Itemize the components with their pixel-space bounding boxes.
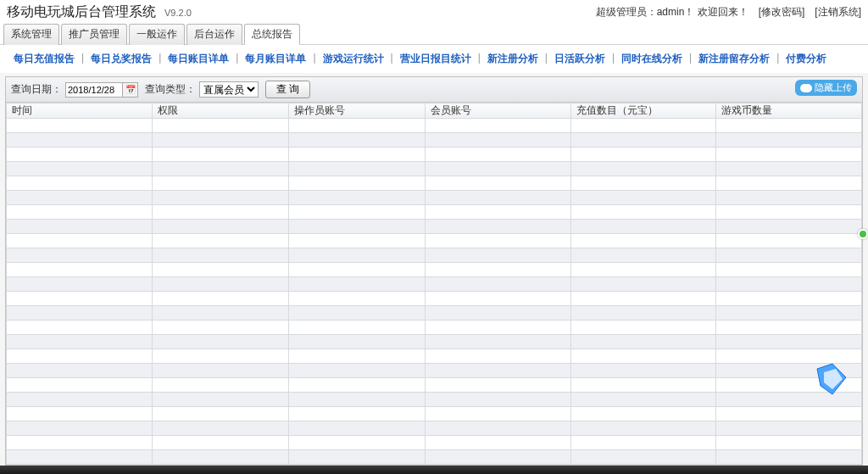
sub-nav-item-3[interactable]: 每月账目详单 [240, 52, 311, 66]
sub-nav-item-6[interactable]: 新注册分析 [482, 52, 543, 66]
table-cell [288, 407, 425, 421]
table-cell [152, 378, 288, 393]
table-cell [7, 176, 153, 191]
top-tab-1[interactable]: 推广员管理 [61, 24, 127, 45]
table-cell [152, 364, 288, 378]
logout-link[interactable]: [注销系统] [815, 5, 861, 20]
table-row [7, 393, 862, 407]
change-password-link[interactable]: [修改密码] [759, 5, 805, 20]
table-cell [288, 119, 425, 133]
sub-nav-item-0[interactable]: 每日充值报告 [8, 52, 80, 66]
table-cell [570, 335, 716, 349]
top-tab-2[interactable]: 一般运作 [129, 24, 185, 45]
table-cell [716, 148, 862, 162]
table-row [7, 191, 862, 205]
table-cell [426, 205, 571, 220]
report-table: 时间权限操作员账号会员账号充值数目（元宝）游戏币数量 [6, 103, 862, 465]
table-cell [7, 248, 153, 263]
table-cell [716, 364, 862, 378]
hidden-upload-button[interactable]: 隐藏上传 [795, 80, 857, 96]
table-cell [570, 321, 716, 335]
search-button[interactable]: 查 询 [265, 81, 310, 98]
table-cell [570, 133, 716, 148]
table-cell [152, 248, 288, 263]
table-row [7, 162, 862, 176]
column-header-3[interactable]: 会员账号 [426, 103, 571, 119]
table-cell [7, 378, 153, 393]
column-header-2[interactable]: 操作员账号 [288, 103, 425, 119]
table-cell [570, 176, 716, 191]
table-cell [7, 234, 153, 248]
column-header-4[interactable]: 充值数目（元宝） [570, 103, 716, 119]
sub-nav-item-4[interactable]: 游戏运行统计 [318, 52, 389, 66]
table-cell [7, 263, 153, 277]
query-date-input[interactable] [65, 82, 123, 98]
table-cell [152, 407, 288, 421]
table-cell [152, 335, 288, 349]
table-cell [426, 176, 571, 191]
nav-separator: | [687, 52, 693, 66]
table-cell [152, 220, 288, 234]
sub-nav-item-2[interactable]: 每日账目详单 [163, 52, 234, 66]
table-cell [716, 119, 862, 133]
table-cell [152, 292, 288, 306]
table-cell [288, 191, 425, 205]
table-cell [716, 450, 862, 465]
column-header-1[interactable]: 权限 [152, 103, 288, 119]
welcome-text: 欢迎回来！ [698, 6, 748, 18]
table-cell [288, 205, 425, 220]
table-cell [7, 133, 153, 148]
floating-green-dot[interactable] [858, 229, 868, 239]
table-row [7, 292, 862, 306]
nav-separator: | [610, 52, 616, 66]
table-row [7, 277, 862, 292]
table-cell [570, 220, 716, 234]
table-cell [288, 292, 425, 306]
table-cell [152, 263, 288, 277]
table-cell [570, 450, 716, 465]
table-cell [288, 450, 425, 465]
table-row [7, 205, 862, 220]
table-cell [152, 176, 288, 191]
column-header-5[interactable]: 游戏币数量 [716, 103, 862, 119]
sub-nav-item-5[interactable]: 营业日报目统计 [395, 52, 476, 66]
query-type-select[interactable]: 直属会员 [199, 81, 259, 98]
sub-nav-item-8[interactable]: 同时在线分析 [616, 52, 687, 66]
sub-nav-item-1[interactable]: 每日兑奖报告 [86, 52, 157, 66]
nav-separator: | [775, 52, 781, 66]
top-tab-3[interactable]: 后台运作 [186, 24, 242, 45]
table-cell [152, 234, 288, 248]
table-cell [716, 421, 862, 436]
top-tab-4[interactable]: 总统报告 [244, 24, 300, 45]
table-cell [570, 248, 716, 263]
table-row [7, 148, 862, 162]
table-cell [426, 133, 571, 148]
table-cell [426, 306, 571, 321]
table-cell [426, 436, 571, 450]
table-cell [288, 421, 425, 436]
table-cell [716, 378, 862, 393]
version-label: V9.2.0 [164, 8, 192, 18]
table-cell [426, 393, 571, 407]
table-cell [716, 349, 862, 364]
table-cell [570, 407, 716, 421]
sub-nav-item-9[interactable]: 新注册留存分析 [693, 52, 775, 66]
calendar-icon[interactable]: 📅 [123, 82, 138, 98]
table-row [7, 450, 862, 465]
table-cell [716, 335, 862, 349]
nav-separator: | [476, 52, 482, 66]
nav-separator: | [80, 52, 86, 66]
column-header-0[interactable]: 时间 [7, 103, 153, 119]
table-row [7, 306, 862, 321]
sub-nav-item-7[interactable]: 日活跃分析 [549, 52, 610, 66]
table-cell [7, 450, 153, 465]
table-row [7, 421, 862, 436]
table-cell [7, 205, 153, 220]
table-row [7, 436, 862, 450]
table-cell [152, 148, 288, 162]
page-title: 移动电玩城后台管理系统 [7, 3, 156, 21]
table-cell [426, 378, 571, 393]
sub-nav-item-10[interactable]: 付费分析 [781, 52, 832, 66]
top-tab-0[interactable]: 系统管理 [3, 24, 59, 45]
table-cell [152, 393, 288, 407]
